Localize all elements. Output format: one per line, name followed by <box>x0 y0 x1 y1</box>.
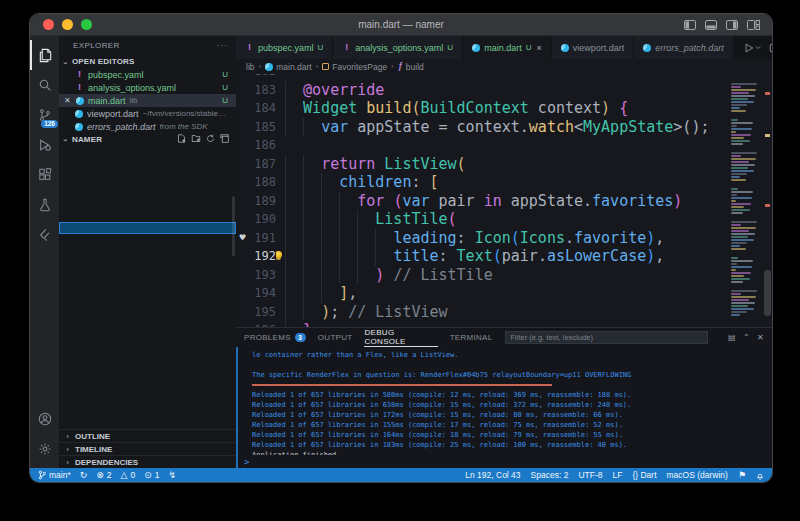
panel-tab-problems[interactable]: PROBLEMS3 <box>244 328 306 347</box>
folder-test[interactable] <box>59 259 236 272</box>
collapse-all-icon[interactable] <box>220 134 229 145</box>
section-dependencies[interactable]: ›DEPENDENCIES <box>59 455 236 468</box>
open-editor-analysis_options.yaml[interactable]: !analysis_options.yamlU <box>59 81 236 94</box>
open-editor-errors_patch.dart[interactable]: errors_patch.dartfrom the SDK <box>59 120 236 133</box>
account-icon[interactable] <box>30 404 59 434</box>
code-line-186[interactable]: 186 <box>236 136 728 155</box>
file-namer.iml[interactable] <box>59 335 236 348</box>
tab-main.dart[interactable]: main.dartU× <box>463 36 552 59</box>
new-file-icon[interactable] <box>177 134 186 145</box>
breadcrumb-item-FavoritesPage[interactable]: FavoritesPage <box>322 62 387 72</box>
minimap[interactable] <box>728 74 762 327</box>
open-editor-main.dart[interactable]: ✕main.dartlibU <box>59 94 236 107</box>
folder-web[interactable] <box>59 272 236 285</box>
close-icon[interactable]: × <box>536 43 541 53</box>
close-panel-icon[interactable]: ✕ <box>757 333 764 342</box>
filter-results-icon[interactable]: ▤ <box>728 333 736 342</box>
open-editors-header[interactable]: ⌄ OPEN EDITORS <box>59 55 236 68</box>
tab-pubspec.yaml[interactable]: !pubspec.yamlU <box>236 36 333 59</box>
folder-build[interactable] <box>59 184 236 197</box>
close-window-button[interactable] <box>43 19 54 30</box>
toggle-panel-icon[interactable] <box>705 20 717 30</box>
explorer-more-icon[interactable]: ··· <box>217 41 228 50</box>
code-line-192[interactable]: 192 title: Text(pair.asLowerCase), <box>236 247 728 266</box>
maximize-window-button[interactable] <box>81 19 92 30</box>
status-launch[interactable]: ↯ <box>169 471 177 480</box>
file-.metadata[interactable] <box>59 310 236 323</box>
status-language-mode[interactable]: {} Dart <box>632 470 656 480</box>
code-line-193[interactable]: 193 ) // ListTile <box>236 266 728 285</box>
code-editor[interactable]: 182183 @override184 Widget build(BuildCo… <box>236 74 772 327</box>
maximize-panel-icon[interactable]: ⌃ <box>743 333 750 342</box>
status-cursor-position[interactable]: Ln 192, Col 43 <box>465 470 520 480</box>
panel-tab-output[interactable]: OUTPUT <box>318 328 353 347</box>
extensions-icon[interactable] <box>30 160 59 190</box>
file-main.dart[interactable] <box>59 222 236 235</box>
refresh-icon[interactable] <box>206 134 215 145</box>
tab-analysis_options.yaml[interactable]: !analysis_options.yamlU <box>333 36 463 59</box>
testing-icon[interactable] <box>30 190 59 220</box>
status-info[interactable]: ⊙1 <box>144 470 159 480</box>
status-errors[interactable]: ⊗2 <box>96 470 111 480</box>
lightbulb-icon[interactable] <box>276 251 282 258</box>
code-line-188[interactable]: 188 children: [ <box>236 173 728 192</box>
folder-android[interactable] <box>59 171 236 184</box>
flutter-icon[interactable] <box>30 220 59 250</box>
status-git-branch[interactable]: main* <box>38 470 71 480</box>
file-pubspec.lock[interactable] <box>59 348 236 361</box>
sidebar-scrollbar[interactable] <box>232 196 235 256</box>
folder-lib[interactable] <box>59 209 236 222</box>
file-analysis_options.yaml[interactable] <box>59 322 236 335</box>
code-line-194[interactable]: 194 ], <box>236 284 728 303</box>
breadcrumb-item-build[interactable]: ƒbuild <box>398 62 424 72</box>
code-line-195[interactable]: 195 ); // ListView <box>236 303 728 322</box>
status-indentation[interactable]: Spaces: 2 <box>531 470 569 480</box>
project-header[interactable]: ⌄ NAMER <box>59 133 236 146</box>
minimize-window-button[interactable] <box>62 19 73 30</box>
section-outline[interactable]: ›OUTLINE <box>59 429 236 442</box>
status-feedback[interactable]: ⚑ <box>738 471 746 480</box>
settings-gear-icon[interactable] <box>30 434 59 464</box>
open-changes-icon[interactable] <box>769 43 773 53</box>
file-pubspec.yaml[interactable] <box>59 360 236 373</box>
open-editor-pubspec.yaml[interactable]: !pubspec.yamlU <box>59 68 236 81</box>
panel-tab-terminal[interactable]: TERMINAL <box>450 328 493 347</box>
explorer-icon[interactable] <box>30 40 59 70</box>
folder-.idea[interactable] <box>59 159 236 172</box>
status-warnings[interactable]: △0 <box>121 470 136 480</box>
console-prompt[interactable]: > <box>244 457 249 467</box>
panel-tab-debug-console[interactable]: DEBUG CONSOLE <box>364 328 437 347</box>
folder-linux[interactable] <box>59 234 236 247</box>
tab-errors_patch.dart[interactable]: errors_patch.dart <box>634 36 734 59</box>
search-icon[interactable] <box>30 70 59 100</box>
console-filter-input[interactable] <box>505 331 709 344</box>
new-folder-icon[interactable] <box>191 134 201 145</box>
status-sync[interactable]: ↻ <box>80 471 88 480</box>
folder-ios[interactable] <box>59 196 236 209</box>
toggle-secondary-sidebar-icon[interactable] <box>726 20 738 30</box>
status-encoding[interactable]: UTF-8 <box>578 470 602 480</box>
status-eol[interactable]: LF <box>612 470 622 480</box>
folder-macos[interactable] <box>59 247 236 260</box>
file-README.md[interactable] <box>59 373 236 386</box>
customize-layout-icon[interactable] <box>747 20 760 30</box>
source-control-icon[interactable]: 126 <box>30 100 59 130</box>
run-debug-icon[interactable] <box>30 130 59 160</box>
code-line-191[interactable]: ♥191 leading: Icon(Icons.favorite), <box>236 229 728 248</box>
section-timeline[interactable]: ›TIMELINE <box>59 442 236 455</box>
code-line-187[interactable]: 187 return ListView( <box>236 155 728 174</box>
file-.gitignore[interactable] <box>59 297 236 310</box>
folder-.dart_tool[interactable] <box>59 146 236 159</box>
breadcrumb-item-lib[interactable]: lib <box>246 62 255 72</box>
run-file-icon[interactable] <box>744 43 761 53</box>
folder-windows[interactable] <box>59 285 236 298</box>
close-icon[interactable]: ✕ <box>64 96 72 105</box>
tab-viewport.dart[interactable]: viewport.dart <box>552 36 635 59</box>
status-notifications[interactable] <box>756 471 764 480</box>
code-line-183[interactable]: 183 @override <box>236 81 728 100</box>
code-line-189[interactable]: 189 for (var pair in appState.favorites) <box>236 192 728 211</box>
debug-console-output[interactable]: le container rather than a Flex, like a … <box>236 347 772 455</box>
code-line-185[interactable]: 185 var appState = context.watch<MyAppSt… <box>236 118 728 137</box>
open-editor-viewport.dart[interactable]: viewport.dart~/fvm/versions/stable/packa… <box>59 107 236 120</box>
code-line-184[interactable]: 184 Widget build(BuildContext context) { <box>236 99 728 118</box>
